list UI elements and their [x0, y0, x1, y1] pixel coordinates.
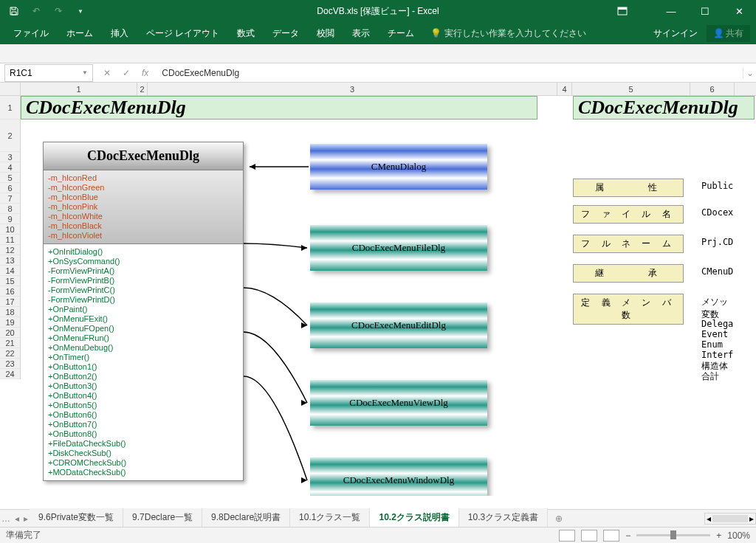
sheet-tab[interactable]: 9.7Declare一覧 [123, 508, 202, 528]
ribbon-tab[interactable]: 挿入 [102, 22, 137, 44]
ribbon-display-icon[interactable] [605, 0, 639, 22]
row-header[interactable]: 6 [0, 183, 21, 193]
qat-dropdown-icon[interactable]: ▼ [72, 3, 89, 19]
related-class-box[interactable]: CMenuDialog [310, 144, 487, 190]
expand-formula-icon[interactable]: ⌄ [743, 68, 756, 78]
ribbon-tab[interactable]: 表示 [343, 22, 379, 44]
row-header[interactable]: 15 [0, 276, 21, 286]
row-header[interactable]: 8 [0, 204, 21, 214]
related-class-box[interactable]: CDocExecMenuViewDlg [310, 380, 487, 426]
undo-icon[interactable]: ↶ [28, 3, 44, 19]
sheet-tab[interactable]: 10.1クラス一覧 [290, 508, 370, 528]
class-attribute: -m_hIconRed [48, 173, 238, 183]
column-header[interactable]: 4 [557, 83, 572, 95]
name-box[interactable]: R1C1 ▼ [4, 64, 93, 82]
maximize-icon[interactable]: ☐ [688, 0, 722, 22]
class-method: +MODataCheckSub() [48, 468, 238, 477]
related-class-box[interactable]: CDocExecMenuEditDlg [310, 302, 487, 348]
select-all-corner[interactable] [0, 83, 21, 95]
class-attribute: -m_hIconBlue [48, 193, 238, 202]
view-page-break-icon[interactable] [603, 530, 619, 542]
cancel-formula-icon[interactable]: ✕ [100, 68, 114, 78]
row-header[interactable]: 3 [0, 152, 21, 162]
share-button[interactable]: 👤 共有 [707, 25, 750, 42]
cell-title-a[interactable]: CDocExecMenuDlg [21, 96, 537, 120]
zoom-slider[interactable] [636, 534, 710, 536]
row-header[interactable]: 11 [0, 235, 21, 245]
row-header[interactable]: 17 [0, 297, 21, 307]
tell-me-search[interactable]: 💡 実行したい作業を入力してください [430, 27, 586, 40]
row-header[interactable]: 4 [0, 162, 21, 173]
class-method: -FormViewPrintC() [48, 286, 238, 295]
formula-input[interactable] [157, 64, 737, 82]
class-diagram-box[interactable]: CDocExecMenuDlg -m_hIconRed-m_hIconGreen… [43, 142, 244, 481]
tab-nav-prev-icon[interactable]: ◂ [15, 513, 19, 524]
row-header[interactable]: 14 [0, 266, 21, 276]
class-attributes: -m_hIconRed-m_hIconGreen-m_hIconBlue-m_h… [43, 170, 244, 244]
sheet-tab[interactable]: 9.8Declare説明書 [202, 508, 290, 528]
view-normal-icon[interactable] [559, 530, 575, 542]
sheet-tab[interactable]: 10.2クラス説明書 [370, 508, 458, 528]
row-header[interactable]: 1 [0, 96, 21, 120]
close-icon[interactable]: ✕ [722, 0, 756, 22]
enter-formula-icon[interactable]: ✓ [120, 68, 133, 78]
zoom-level[interactable]: 100% [727, 530, 750, 541]
sheet-tab[interactable]: 10.3クラス定義書 [459, 508, 548, 528]
ribbon-tab[interactable]: ファイル [4, 22, 58, 44]
row-header[interactable]: 9 [0, 214, 21, 224]
ribbon-tab[interactable]: チーム [379, 22, 423, 44]
row-header[interactable]: 12 [0, 245, 21, 255]
row-header[interactable]: 10 [0, 224, 21, 235]
cell-title-b[interactable]: CDocExecMenuDlg [573, 96, 755, 120]
quick-access-toolbar: ↶ ↷ ▼ [0, 3, 94, 19]
row-header[interactable]: 24 [0, 369, 21, 379]
save-icon[interactable] [6, 3, 22, 19]
worksheet-grid[interactable]: 123456 123456789101112131415161718192021… [0, 83, 756, 496]
row-header[interactable]: 16 [0, 286, 21, 297]
row-header[interactable]: 21 [0, 338, 21, 348]
sheet-tab[interactable]: 9.6Private変数一覧 [30, 508, 123, 528]
ribbon-tab[interactable]: データ [264, 22, 308, 44]
row-header[interactable]: 23 [0, 359, 21, 369]
zoom-out-icon[interactable]: − [625, 530, 630, 541]
row-header[interactable]: 22 [0, 348, 21, 359]
property-value: Delega [701, 319, 733, 329]
row-header[interactable]: 13 [0, 255, 21, 266]
tab-nav-next-icon[interactable]: ▸ [24, 513, 28, 524]
class-method: +FileDataCheckSub() [48, 439, 238, 449]
fx-icon[interactable]: fx [139, 68, 151, 78]
column-header[interactable]: 2 [137, 83, 148, 95]
chevron-down-icon[interactable]: ▼ [82, 69, 88, 76]
row-header[interactable]: 20 [0, 328, 21, 338]
svg-rect-1 [618, 7, 627, 10]
horizontal-scrollbar[interactable]: ◂▸ [704, 513, 756, 525]
ribbon-tab[interactable]: 数式 [228, 22, 264, 44]
column-header[interactable]: 3 [148, 83, 557, 95]
column-header[interactable]: 5 [572, 83, 690, 95]
row-header[interactable]: 19 [0, 317, 21, 328]
redo-icon[interactable]: ↷ [50, 3, 66, 19]
minimize-icon[interactable]: — [654, 0, 688, 22]
class-attribute: -m_hIconBlack [48, 221, 238, 231]
related-class-box[interactable]: CDocExecMenuWindowDlg [310, 457, 487, 496]
ribbon-tab[interactable]: ホーム [58, 22, 102, 44]
row-header[interactable]: 18 [0, 307, 21, 317]
related-class-box[interactable]: CDocExecMenuFileDlg [310, 225, 487, 271]
property-value: CMenuD [701, 266, 733, 277]
ribbon-tab[interactable]: 校閲 [308, 22, 343, 44]
view-page-layout-icon[interactable] [581, 530, 597, 542]
svg-marker-4 [301, 322, 307, 328]
column-header[interactable]: 1 [21, 83, 137, 95]
new-sheet-icon[interactable]: ⊕ [548, 513, 570, 524]
zoom-in-icon[interactable]: + [716, 530, 721, 541]
class-method: +OnMenuDebug() [48, 343, 238, 353]
row-header[interactable]: 2 [0, 120, 21, 152]
class-method: +OnPaint() [48, 305, 238, 314]
ribbon-tab[interactable]: ページ レイアウト [137, 22, 228, 44]
row-header[interactable]: 5 [0, 173, 21, 183]
column-header[interactable]: 6 [690, 83, 735, 95]
signin-link[interactable]: サインイン [653, 27, 698, 40]
row-header[interactable]: 7 [0, 193, 21, 204]
tab-nav[interactable]: …◂▸ [0, 513, 30, 524]
window-controls: — ☐ ✕ [605, 0, 756, 22]
